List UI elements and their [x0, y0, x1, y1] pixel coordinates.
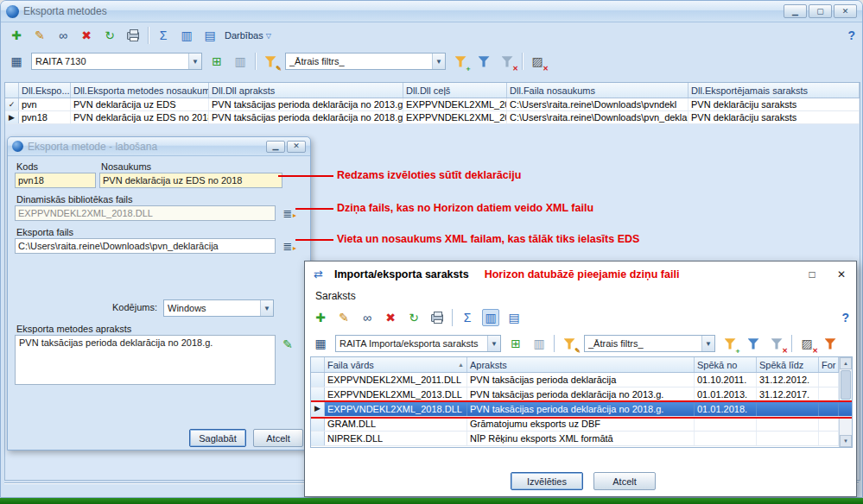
column-header[interactable]: Spēkā līdz — [757, 357, 819, 372]
table-row[interactable]: ✓ pvn PVN deklarācija uz EDS PVN taksāci… — [5, 98, 860, 111]
description-textarea[interactable]: PVN taksācijas perioda deklarācija no 20… — [15, 335, 276, 385]
column-header[interactable]: Faila vārds ▲ — [325, 357, 467, 372]
save-button[interactable]: Saglabāt — [189, 429, 246, 447]
column-header[interactable]: Spēkā no — [695, 357, 757, 372]
table-row[interactable]: NIPREK.DLL NĪP Rēķinu eksports XML formā… — [311, 432, 852, 446]
columns-icon[interactable]: ▥ — [178, 27, 195, 44]
close-button[interactable]: ✕ — [827, 263, 856, 286]
chevron-down-icon[interactable]: ▼ — [487, 336, 500, 351]
filter-edit-icon[interactable]: ✎ — [561, 335, 578, 352]
chevron-down-icon[interactable]: ▼ — [188, 54, 201, 69]
column-header[interactable]: Dll.Eksportējamais saraksts — [688, 83, 860, 98]
edit-description-icon[interactable]: ✎ — [279, 336, 296, 353]
quick-filter-combo[interactable]: _Ātrais filtrs_ ▼ — [285, 53, 446, 70]
view-icon[interactable]: ∞ — [54, 27, 72, 44]
clear-filter-icon[interactable]: ▨✕ — [529, 53, 546, 70]
layout-icon[interactable]: ▤ — [201, 27, 219, 44]
grid-cell: 31.12.2017. — [757, 387, 819, 401]
row-selector — [311, 387, 325, 401]
filter-remove-icon[interactable]: ✕ — [498, 53, 516, 70]
kods-field[interactable]: pvn18 — [15, 173, 96, 188]
column-header[interactable]: Apraksts — [467, 357, 695, 372]
close-button[interactable]: ✕ — [287, 141, 306, 153]
table-row-selected[interactable]: ▶ EXPPVNDEKL2XML_2018.DLL PVN taksācijas… — [311, 402, 852, 417]
filter-apply-icon[interactable] — [475, 53, 492, 70]
filter-edit-icon[interactable]: ✎ — [262, 53, 279, 70]
chevron-down-icon[interactable]: ▼ — [260, 300, 273, 316]
maximize-button[interactable]: □ — [797, 263, 827, 286]
table-row[interactable]: ▶ pvn18 PVN deklarācija uz EDS no 2018 P… — [5, 111, 860, 124]
table-row[interactable]: EXPPVNDEKL2XML_2013.DLL PVN taksācijas p… — [311, 387, 852, 402]
new-icon[interactable]: ✚ — [8, 27, 25, 44]
new-icon[interactable]: ✚ — [312, 309, 329, 326]
chevron-down-icon[interactable]: ▼ — [701, 336, 714, 351]
close-button[interactable]: ✕ — [834, 4, 857, 18]
chevron-down-icon[interactable]: ▼ — [432, 54, 445, 69]
print-icon[interactable] — [428, 309, 446, 326]
column-header[interactable]: Dll.Dll apraksts — [209, 83, 403, 98]
dll-file-field[interactable]: EXPPVNDEKL2XML_2018.DLL — [15, 205, 276, 221]
help-icon[interactable]: ? — [847, 28, 855, 42]
actions-dropdown[interactable]: Darbības ▽ — [225, 30, 271, 41]
layout-icon[interactable]: ▤ — [505, 309, 523, 326]
column-header[interactable]: For — [819, 357, 839, 372]
maximize-button[interactable]: ▢ — [809, 4, 832, 18]
encoding-combo[interactable]: Windows ▼ — [163, 299, 274, 317]
chevron-down-icon: ▽ — [266, 32, 271, 40]
edit-icon[interactable]: ✎ — [31, 27, 48, 44]
clear-filter-icon[interactable]: ▨✕ — [798, 335, 815, 352]
refresh-icon[interactable]: ↻ — [101, 27, 118, 44]
filter-reset-icon[interactable] — [822, 335, 839, 352]
filter-add-icon[interactable]: ＋ — [452, 53, 469, 70]
menu-saraksts[interactable]: Saraksts — [315, 290, 356, 302]
add-table-icon[interactable]: ⊞ — [208, 53, 225, 70]
list-selector-combo[interactable]: RAITA 7130 ▼ — [31, 53, 202, 70]
list-selector-combo[interactable]: RAITA Importa/eksporta saraksts ▼ — [335, 335, 501, 352]
column-header-label: Faila vārds — [327, 360, 374, 370]
columns-icon[interactable]: ▥ — [482, 309, 499, 326]
column-settings-icon[interactable]: ▥ — [530, 335, 548, 352]
column-header[interactable]: Dll.Faila nosaukums — [507, 83, 688, 98]
scroll-down-icon[interactable]: ▼ — [840, 435, 852, 447]
delete-icon[interactable]: ✖ — [78, 27, 95, 44]
minimize-button[interactable]: ▁ — [266, 141, 285, 153]
select-button[interactable]: Izvēlēties — [511, 472, 583, 490]
menu-bar: Saraksts — [305, 287, 856, 305]
column-header[interactable]: Dll.Eksporta metodes nosaukums — [71, 83, 209, 98]
delete-icon[interactable]: ✖ — [382, 309, 399, 326]
sum-icon[interactable]: Σ — [155, 27, 172, 44]
add-table-icon[interactable]: ⊞ — [507, 335, 524, 352]
grid-cell — [757, 432, 819, 445]
combo-value: _Ātrais filtrs_ — [588, 338, 698, 349]
table-select-icon[interactable]: ▦ — [312, 335, 329, 352]
table-row[interactable]: EXPPVNDEKL2XML_2011.DLL PVN taksācijas p… — [311, 373, 852, 387]
refresh-icon[interactable]: ↻ — [405, 309, 422, 326]
grid-header-row: Faila vārds ▲ Apraksts Spēkā no Spēkā lī… — [311, 357, 852, 373]
export-file-field[interactable]: C:\Users\raita.reine\Downloads\pvn_dekla… — [15, 238, 276, 254]
cancel-button[interactable]: Atcelt — [253, 429, 303, 447]
nosaukums-field[interactable]: PVN deklarācija uz EDS no 2018 — [99, 173, 282, 188]
scroll-up-icon[interactable]: ▲ — [840, 357, 852, 369]
minimize-button[interactable]: ▁ — [784, 4, 807, 18]
help-icon[interactable]: ? — [841, 311, 849, 324]
column-header[interactable]: Dll.Dll ceļš — [403, 83, 507, 98]
grid-cell — [819, 387, 839, 401]
dll-browse-icon[interactable]: ≣ — [279, 205, 296, 221]
filter-remove-icon[interactable]: ✕ — [768, 335, 785, 352]
print-icon[interactable] — [124, 27, 142, 44]
filter-add-icon[interactable]: ＋ — [721, 335, 739, 352]
combo-value: RAITA 7130 — [35, 56, 185, 66]
scrollbar-thumb[interactable] — [841, 370, 851, 400]
edit-icon[interactable]: ✎ — [335, 309, 352, 326]
quick-filter-combo[interactable]: _Ātrais filtrs_ ▼ — [584, 335, 715, 352]
sum-icon[interactable]: Σ — [459, 309, 476, 326]
table-select-icon[interactable]: ▦ — [8, 53, 25, 70]
filter-apply-icon[interactable] — [745, 335, 762, 352]
view-icon[interactable]: ∞ — [359, 309, 376, 326]
column-settings-icon[interactable]: ▥ — [232, 53, 249, 70]
table-row[interactable]: GRAM.DLL Grāmatojumu eksports uz DBF — [311, 417, 852, 432]
column-header[interactable]: Dll.Ekspo... — [19, 83, 71, 98]
dll-file-label: Dinamiskās bibliotēkas fails — [16, 194, 133, 205]
export-file-browse-icon[interactable]: ≣ — [279, 238, 296, 254]
cancel-button[interactable]: Atcelt — [593, 472, 656, 490]
